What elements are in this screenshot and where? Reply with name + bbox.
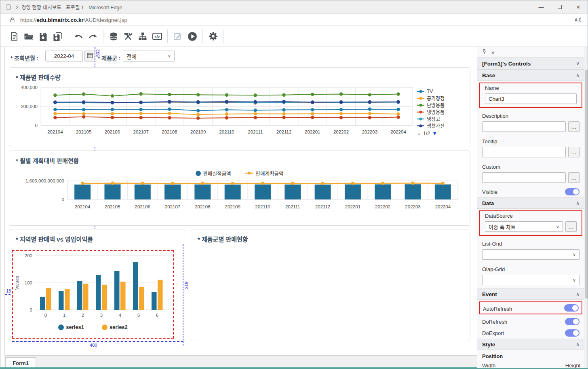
chart4-title: * 제품군별 판매현황 [191,229,470,243]
listgrid-label: List-Grid [477,238,584,248]
legend-page-up-icon[interactable]: ▲ [417,131,421,136]
legend-item[interactable]: 생활가전 [417,122,467,129]
legend-item[interactable]: 냉장고 [417,115,467,122]
description-input[interactable] [482,121,566,132]
form-tab-strip: Form1 [4,355,477,368]
tooltip-more-button[interactable]: … [568,147,580,157]
calendar-button[interactable] [84,51,95,62]
open-folder-button[interactable] [21,29,36,44]
new-document-button[interactable] [7,29,21,44]
legend-item[interactable]: TV [417,88,467,95]
svg-text:202106: 202106 [105,129,120,134]
chevron-down-icon: ∨ [576,61,580,66]
chart1-panel[interactable]: * 제품별 판매수량 0200,000400,00020210420210520… [9,67,470,147]
browser-window: 2. 경영 현황 대시보드 - 프로필 1 - Microsoft Edge —… [0,0,588,369]
dorefresh-toggle[interactable] [565,318,580,325]
svg-text:202109: 202109 [190,129,206,134]
svg-text:</>: </> [154,34,160,38]
svg-text:Values: Values [15,276,19,290]
name-input[interactable] [485,93,577,104]
properties-panel: » [Form1]'s Controls ∨ Base ∧ Name Descr… [477,47,588,368]
listgrid-select[interactable]: ∨ [482,249,580,260]
custom-input[interactable] [482,172,566,183]
panel-scrollbar-thumb[interactable] [585,70,588,299]
url-text: https://edu.bimatrix.co.kr/AUD/designer.… [20,17,127,23]
hierarchy-button[interactable] [135,29,150,44]
redo-button[interactable] [86,29,100,44]
pin-icon[interactable] [481,49,487,56]
chart2-legend: 판매실적금액판매계획금액 [9,170,470,177]
chart4-panel[interactable]: * 제품군별 판매현황 [191,229,470,341]
svg-text:202107: 202107 [133,129,149,134]
controls-header[interactable]: [Form1]'s Controls ∨ [477,57,584,70]
legend-item[interactable]: 난방용품 [417,102,467,108]
legend-item[interactable]: series2 [102,324,128,331]
save-button[interactable] [36,29,51,44]
toolbar-separator [223,30,223,43]
address-bar[interactable]: https://edu.bimatrix.co.kr/AUD/designer.… [0,14,588,26]
toolbar-separator [167,30,168,43]
chevron-up-icon: ∧ [576,200,580,206]
legend-item[interactable]: 판매계획금액 [245,170,284,177]
save-all-button[interactable] [51,29,65,44]
svg-text:202108: 202108 [162,129,177,134]
description-more-button[interactable]: … [568,121,580,132]
visible-toggle[interactable] [565,188,580,195]
datasource-label: DataSource [480,211,582,220]
design-canvas[interactable]: * 조회년월 : * 제품군 : 전체 ∨ 502 * 제품별 판매수량 020… [4,47,477,355]
doexport-toggle[interactable] [565,329,580,337]
settings-button[interactable] [206,29,220,44]
datasource-more-button[interactable]: … [565,221,577,232]
left-guide-measure: 18 [6,288,11,293]
category-select[interactable]: 전체 ∨ [123,51,175,62]
code-editor-button[interactable]: </> [150,29,164,44]
width-label: Width [482,360,561,368]
maximize-button[interactable] [550,0,569,13]
chart3-selection[interactable]: 0100200Values0123456 series1series2 [12,250,174,339]
svg-text:202105: 202105 [105,204,120,209]
section-data[interactable]: Data ∧ [477,197,584,209]
legend-page-down-icon[interactable]: ▼ [432,130,437,136]
tooltip-input[interactable] [482,147,566,157]
toolbar-separator [103,30,103,43]
olapgrid-select[interactable]: ∨ [482,275,580,285]
database-button[interactable] [106,29,121,44]
chart3-title: * 지역별 판매액 vs 영업이익률 [9,229,185,243]
position-label: Position [477,350,584,360]
minimize-button[interactable]: — [532,0,550,13]
legend-item[interactable]: 공기청정 [417,95,467,102]
svg-text:202111: 202111 [248,129,263,134]
read-aloud-icon[interactable]: A [574,16,582,23]
collapse-panel-icon[interactable]: » [491,49,494,55]
svg-text:200: 200 [25,253,32,258]
datasource-select[interactable]: 이중 축 차트 ∨ [485,221,563,232]
height-guide-measure: 219 [184,282,189,289]
edit-button[interactable] [171,29,185,44]
tools-button[interactable] [121,29,135,44]
designer-toolbar: </> [0,26,588,47]
minimize-icon: — [539,4,544,10]
undo-button[interactable] [71,29,86,44]
date-input[interactable] [45,51,83,62]
legend-item[interactable]: 냉방용품 [417,108,467,115]
top-guide-measure: 502 [95,49,100,57]
tab-form1[interactable]: Form1 [5,357,36,369]
section-event[interactable]: Event ∧ [477,288,584,300]
svg-text:202204: 202204 [390,129,406,134]
svg-text:202105: 202105 [76,129,91,134]
section-base[interactable]: Base ∧ [477,70,584,81]
section-style[interactable]: Style ∧ [477,339,584,350]
svg-text:202201: 202201 [345,204,360,209]
legend-item[interactable]: series1 [58,324,84,331]
chart2-panel[interactable]: * 월별 계획대비 판매현황 판매실적금액판매계획금액 1,600,000,00… [9,151,470,226]
autorefresh-toggle[interactable] [564,304,579,312]
svg-text:202204: 202204 [435,204,451,209]
chart2-title: * 월별 계획대비 판매현황 [9,151,470,165]
run-button[interactable] [185,29,200,44]
left-guide-line [5,294,11,295]
legend-item[interactable]: 판매실적금액 [196,170,231,177]
panel-scrollbar[interactable] [584,47,588,368]
lock-icon [9,17,15,23]
custom-more-button[interactable]: … [568,172,580,183]
close-button[interactable]: ✕ [569,0,588,13]
